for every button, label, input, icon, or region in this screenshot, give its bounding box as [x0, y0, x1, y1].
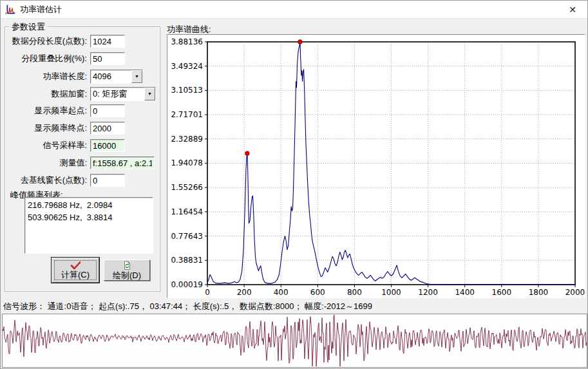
- param-row-segment-length: 数据分段长度(点数):: [5, 35, 157, 48]
- calculate-button-label: 计算(C): [61, 270, 90, 279]
- title-bar: 功率谱估计 ✕: [1, 1, 587, 19]
- field-label: 显示频率终点:: [5, 122, 90, 134]
- field-label: 分段重叠比例(%):: [5, 53, 90, 64]
- params-groupbox-title: 参数设置: [9, 21, 48, 33]
- param-rows: 数据分段长度(点数): 分段重叠比例(%): 功率谱长度: 4096 ▼ 数据加…: [5, 35, 157, 191]
- power-spectrum-plot[interactable]: 02004006008001000120014001600180020003.8…: [167, 35, 585, 298]
- field-label: 数据加窗:: [5, 88, 90, 100]
- baseline-window-input[interactable]: [90, 174, 125, 187]
- field-label: 信号采样率:: [5, 140, 90, 151]
- peak-list-item[interactable]: 216.79688 Hz, 2.0984: [28, 199, 153, 211]
- x-tick-label: 400: [274, 288, 289, 297]
- x-tick-label: 600: [310, 288, 325, 297]
- window-type-value: 0: 矩形窗: [91, 88, 144, 100]
- y-tick-label: 3.88136: [171, 37, 203, 46]
- draw-button[interactable]: 绘制(D): [104, 260, 150, 281]
- params-groupbox: 参数设置 数据分段长度(点数): 分段重叠比例(%): 功率谱长度: 4096 …: [5, 26, 160, 292]
- freq-start-input[interactable]: [90, 104, 125, 117]
- param-row-window-type: 数据加窗: 0: 矩形窗 ▼: [5, 87, 157, 101]
- close-button[interactable]: ✕: [558, 1, 587, 19]
- chevron-down-icon[interactable]: ▼: [131, 70, 142, 83]
- signal-waveform-panel[interactable]: [2, 314, 587, 368]
- param-row-baseline-window: 去基线窗长(点数):: [5, 174, 157, 187]
- power-spectrum-chart[interactable]: 02004006008001000120014001600180020003.8…: [167, 34, 585, 298]
- x-tick-label: 0: [205, 288, 210, 297]
- y-tick-label: 2.32889: [171, 135, 203, 144]
- signal-status-text: 信号波形： 通道:0语音； 起点(s):.75， 03:47:44； 长度(s)…: [3, 301, 372, 312]
- sample-rate-input[interactable]: [90, 139, 125, 152]
- chevron-down-icon[interactable]: ▼: [144, 88, 155, 100]
- param-row-freq-start: 显示频率起点:: [5, 104, 157, 117]
- x-tick-label: 2000: [565, 288, 585, 297]
- peak-list-item[interactable]: 503.90625 Hz, 3.8814: [28, 211, 153, 223]
- segment-length-input[interactable]: [90, 35, 125, 48]
- y-tick-label: 1.16454: [171, 207, 203, 216]
- param-row-sample-rate: 信号采样率:: [5, 139, 157, 152]
- x-tick-label: 200: [237, 288, 252, 297]
- redraw-icon: [122, 261, 131, 270]
- param-row-freq-end: 显示频率终点:: [5, 122, 157, 135]
- x-tick-label: 1600: [492, 288, 512, 297]
- peak-marker: [298, 40, 302, 44]
- y-tick-label: 1.55266: [171, 183, 203, 192]
- fft-length-value: 4096: [91, 70, 131, 83]
- peak-marker: [245, 151, 249, 156]
- y-tick-label: 3.49324: [171, 62, 203, 71]
- x-tick-label: 1400: [455, 288, 475, 297]
- peak-frequency-listbox[interactable]: 216.79688 Hz, 2.0984 503.90625 Hz, 3.881…: [24, 197, 153, 254]
- field-label: 测量值:: [5, 157, 90, 169]
- waveform-curve: [3, 315, 587, 366]
- y-tick-label: 0.00019: [171, 280, 203, 289]
- measured-value-field[interactable]: [90, 156, 155, 169]
- x-tick-label: 800: [347, 288, 362, 297]
- check-icon: [70, 261, 81, 270]
- field-label: 显示频率起点:: [5, 105, 90, 117]
- field-label: 功率谱长度:: [5, 71, 90, 82]
- param-row-measured-value: 测量值:: [5, 156, 157, 169]
- y-tick-label: 3.10513: [171, 86, 203, 95]
- y-tick-label: 0.38831: [171, 256, 203, 265]
- y-tick-label: 0.77643: [171, 232, 203, 241]
- window-type-combo[interactable]: 0: 矩形窗 ▼: [90, 87, 156, 101]
- y-tick-label: 1.94078: [171, 158, 203, 167]
- window-title: 功率谱估计: [20, 1, 62, 19]
- field-label: 数据分段长度(点数):: [5, 35, 90, 47]
- y-tick-label: 2.71701: [171, 110, 203, 119]
- x-tick-label: 1000: [381, 288, 401, 297]
- spectrum-app-icon: [5, 5, 15, 15]
- fft-length-combo[interactable]: 4096 ▼: [90, 70, 143, 84]
- param-row-overlap: 分段重叠比例(%):: [5, 52, 157, 65]
- x-tick-label: 1200: [418, 288, 438, 297]
- param-row-fft-length: 功率谱长度: 4096 ▼: [5, 70, 157, 84]
- draw-button-label: 绘制(D): [113, 270, 141, 280]
- calculate-button[interactable]: 计算(C): [52, 258, 99, 283]
- signal-waveform-plot[interactable]: [3, 314, 587, 367]
- x-tick-label: 1800: [529, 288, 549, 297]
- overlap-percent-input[interactable]: [90, 52, 125, 65]
- field-label: 去基线窗长(点数):: [5, 175, 90, 186]
- app-window: 功率谱估计 ✕ 参数设置 数据分段长度(点数): 分段重叠比例(%): 功率谱长…: [0, 0, 588, 369]
- freq-end-input[interactable]: [90, 122, 125, 135]
